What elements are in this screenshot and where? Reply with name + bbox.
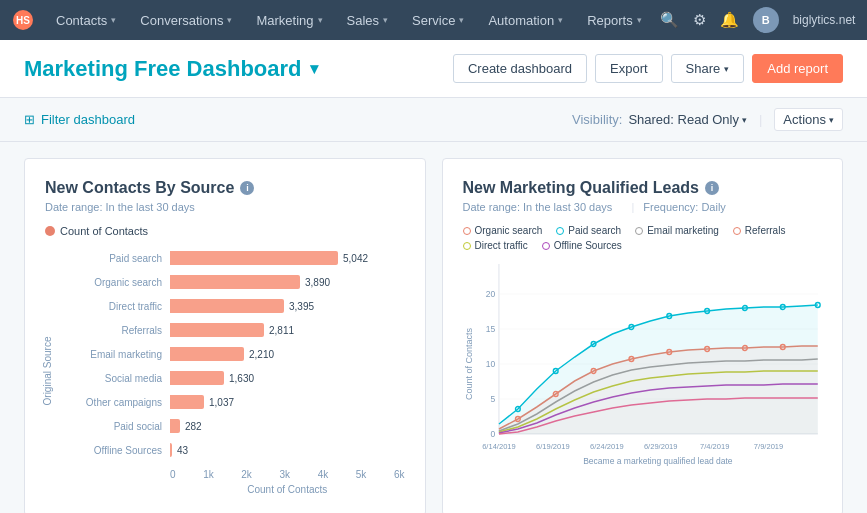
bar-fill: [170, 347, 244, 361]
visibility-label: Visibility:: [572, 112, 622, 127]
main-content: New Contacts By Source i Date range: In …: [0, 142, 867, 513]
bar-fill: [170, 419, 180, 433]
bar-track: 3,395: [170, 299, 405, 313]
bar-track: 1,037: [170, 395, 405, 409]
nav-contacts[interactable]: Contacts ▾: [46, 0, 126, 40]
bar-value: 3,890: [305, 277, 330, 288]
actions-chevron-icon: ▾: [829, 115, 834, 125]
hubspot-logo[interactable]: HS: [12, 9, 34, 31]
chart2-info-icon[interactable]: i: [705, 181, 719, 195]
bar-fill: [170, 323, 264, 337]
search-icon[interactable]: 🔍: [660, 11, 679, 29]
create-dashboard-button[interactable]: Create dashboard: [453, 54, 587, 83]
nav-marketing[interactable]: Marketing ▾: [246, 0, 332, 40]
table-row: Organic search3,890: [80, 271, 405, 293]
actions-button[interactable]: Actions ▾: [774, 108, 843, 131]
chevron-down-icon: ▾: [318, 15, 323, 25]
filter-right: Visibility: Shared: Read Only ▾ | Action…: [572, 108, 843, 131]
bar-value: 2,811: [269, 325, 294, 336]
legend-label: Email marketing: [647, 225, 719, 236]
title-dropdown-icon[interactable]: ▾: [310, 59, 318, 78]
chart-new-contacts-by-source: New Contacts By Source i Date range: In …: [24, 158, 426, 513]
chevron-down-icon: ▾: [383, 15, 388, 25]
x-axis-title: Count of Contacts: [170, 484, 405, 495]
nav-sales[interactable]: Sales ▾: [337, 0, 399, 40]
x-tick: 1k: [203, 469, 214, 480]
legend-item: Referrals: [733, 225, 786, 236]
bar-value: 43: [177, 445, 188, 456]
table-row: Other campaigns1,037: [80, 391, 405, 413]
x-tick: 3k: [279, 469, 290, 480]
legend-circle-icon: [635, 227, 643, 235]
table-row: Direct traffic3,395: [80, 295, 405, 317]
nav-reports[interactable]: Reports ▾: [577, 0, 652, 40]
x-tick: 2k: [241, 469, 252, 480]
bar-label: Organic search: [80, 277, 170, 288]
bar-value: 2,210: [249, 349, 274, 360]
x-tick: 4k: [318, 469, 329, 480]
dashboard-title: Marketing Free Dashboard ▾: [24, 56, 318, 82]
legend-item: Direct traffic: [463, 240, 528, 251]
bar-track: 282: [170, 419, 405, 433]
legend-circle-icon: [556, 227, 564, 235]
line-chart-svg: 0 5 10 15 20 Count of Contacts: [463, 259, 823, 469]
bar-fill: [170, 395, 204, 409]
bar-fill: [170, 299, 284, 313]
bar-label: Offline Sources: [80, 445, 170, 456]
bar-track: 43: [170, 443, 405, 457]
bar-label: Other campaigns: [80, 397, 170, 408]
nav-icons: 🔍 ⚙ 🔔 B biglytics.net ▾: [660, 7, 867, 33]
visibility-chevron-icon: ▾: [742, 115, 747, 125]
legend-label: Organic search: [475, 225, 543, 236]
svg-point-32: [815, 303, 820, 308]
chart1-legend: Count of Contacts: [45, 225, 405, 237]
bar-label: Paid search: [80, 253, 170, 264]
line-chart-legend: Organic searchPaid searchEmail marketing…: [463, 225, 823, 251]
header-bar: Marketing Free Dashboard ▾ Create dashbo…: [0, 40, 867, 98]
bar-value: 282: [185, 421, 202, 432]
bar-track: 3,890: [170, 275, 405, 289]
x-axis: 01k2k3k4k5k6k: [170, 469, 405, 480]
table-row: Paid social282: [80, 415, 405, 437]
visibility-value[interactable]: Shared: Read Only ▾: [628, 112, 747, 127]
legend-item: Paid search: [556, 225, 621, 236]
notifications-icon[interactable]: 🔔: [720, 11, 739, 29]
legend-dot-icon: [45, 226, 55, 236]
settings-icon[interactable]: ⚙: [693, 11, 706, 29]
bar-track: 5,042: [170, 251, 405, 265]
chevron-down-icon: ▾: [637, 15, 642, 25]
navbar: HS Contacts ▾ Conversations ▾ Marketing …: [0, 0, 867, 40]
svg-text:HS: HS: [16, 15, 30, 26]
svg-text:5: 5: [490, 394, 495, 404]
legend-item: Offline Sources: [542, 240, 622, 251]
bar-fill: [170, 443, 172, 457]
svg-text:6/24/2019: 6/24/2019: [590, 442, 624, 451]
legend-circle-icon: [542, 242, 550, 250]
chevron-down-icon: ▾: [459, 15, 464, 25]
filter-grid-icon: ⊞: [24, 112, 35, 127]
legend-label: Direct traffic: [475, 240, 528, 251]
bar-fill: [170, 371, 224, 385]
nav-conversations[interactable]: Conversations ▾: [130, 0, 242, 40]
bar-value: 5,042: [343, 253, 368, 264]
filter-dashboard-button[interactable]: ⊞ Filter dashboard: [24, 112, 135, 127]
avatar[interactable]: B: [753, 7, 779, 33]
bar-label: Paid social: [80, 421, 170, 432]
chevron-down-icon: ▾: [227, 15, 232, 25]
table-row: Paid search5,042: [80, 247, 405, 269]
legend-label: Referrals: [745, 225, 786, 236]
svg-text:0: 0: [490, 429, 495, 439]
svg-text:6/14/2019: 6/14/2019: [482, 442, 516, 451]
legend-circle-icon: [733, 227, 741, 235]
export-button[interactable]: Export: [595, 54, 663, 83]
legend-circle-icon: [463, 227, 471, 235]
chart1-info-icon[interactable]: i: [240, 181, 254, 195]
domain-label[interactable]: biglytics.net: [793, 13, 856, 27]
add-report-button[interactable]: Add report: [752, 54, 843, 83]
nav-service[interactable]: Service ▾: [402, 0, 474, 40]
share-button[interactable]: Share ▾: [671, 54, 745, 83]
nav-automation[interactable]: Automation ▾: [478, 0, 573, 40]
chevron-down-icon: ▾: [111, 15, 116, 25]
legend-circle-icon: [463, 242, 471, 250]
svg-text:Count of Contacts: Count of Contacts: [464, 327, 474, 400]
